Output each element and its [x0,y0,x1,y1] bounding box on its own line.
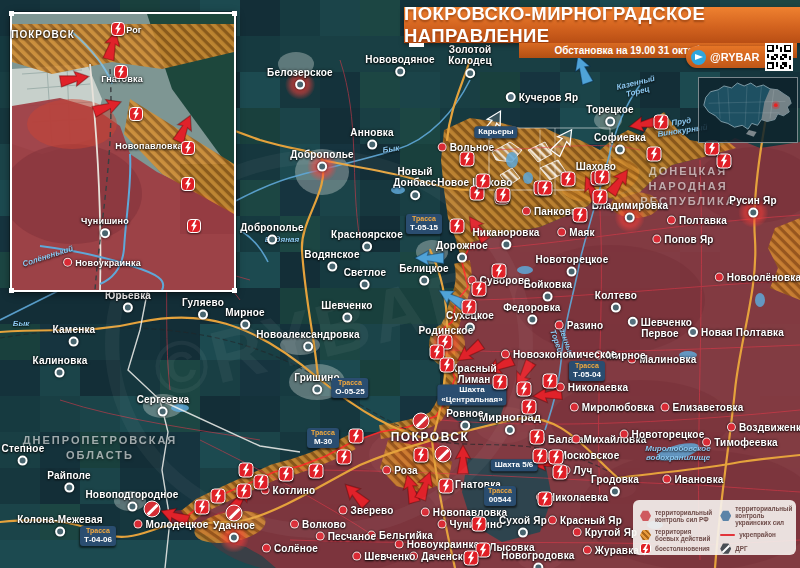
road-label: Трасса00544 [484,486,516,506]
clash-icon [472,517,487,532]
lightning-icon [494,376,507,389]
location-dot [774,103,778,107]
town-label: Светлое [344,268,387,279]
town-label: Рог [126,26,142,36]
lightning-icon [534,450,547,463]
town-label: Новоторецкое [536,255,609,266]
town-marker [127,501,137,511]
town-marker [610,486,620,496]
channel-name: @RYBAR [710,51,759,63]
clash-icon [493,375,508,390]
town-marker [438,143,447,152]
clash-icon [211,489,226,504]
drg-hex [720,543,731,554]
town-marker [667,216,676,225]
lightning-icon [596,171,609,184]
lightning-icon [594,191,607,204]
town-marker [625,212,635,222]
town-marker [501,350,510,359]
town-label: Миролюбовка [570,403,654,414]
legend-item: территориальный контроль украинских сил [720,505,789,527]
town-label: Нововодяное [365,55,435,66]
clash-icon [414,448,429,463]
lightning-icon [493,265,506,278]
clash-icon [573,208,588,223]
town-marker [229,532,239,542]
lightning-icon [539,182,552,195]
water-label: Миролюбовское водохранилище [645,445,710,463]
town-marker [548,516,557,525]
clash-icon [195,500,210,515]
clash-icon [187,219,201,233]
town-label: Степное [2,444,45,455]
town-label: Новая Полтавка [688,327,784,339]
town-label: Удачное [213,521,255,532]
road-label: ТрассаТ-04-06 [80,526,116,546]
town-marker [527,314,537,324]
title-banner: ПОКРОВСКО-МИРНОГРАДСКОЕ НАПРАВЛЕНИЕ [404,7,800,43]
clash-icon [439,479,454,494]
town-label: Сергеевка [137,395,190,406]
banner-dash [409,43,424,47]
rf-control-hex [640,510,651,521]
town-label: Кучеров Яр [506,92,578,104]
clash-icon [309,464,324,479]
town-marker [360,279,370,289]
town-label: Красный Лиман [451,364,496,386]
road-label: ТрассаМ-30 [307,428,339,448]
town-marker [652,235,661,244]
clash-icon [522,400,537,415]
town-label: Бельгийка [367,531,433,542]
clash-icon [549,450,564,465]
clash-icon [492,264,507,279]
water-label: Бык [13,320,30,329]
clash-icon [538,492,553,507]
lightning-icon [451,220,464,233]
page-title: ПОКРОВСКО-МИРНОГРАДСКОЕ НАПРАВЛЕНИЕ [404,3,800,47]
legend-item: укрепрайон [720,528,789,542]
town-marker [198,309,208,319]
clash-icon [654,115,669,130]
inset-handle [232,288,237,293]
town-marker [583,546,592,555]
town-marker [605,116,615,126]
lightning-icon [188,220,200,232]
clash-icon [533,449,548,464]
town-label: ПОКРОВСК [11,30,75,41]
ua-control-hex [720,510,731,521]
town-marker [55,526,65,536]
town-label: Зверево [338,506,393,517]
town-marker [573,528,582,537]
telegram-channel-badge[interactable]: @RYBAR [686,46,774,68]
town-label: Котлино [261,486,316,497]
crimea-shape [746,130,757,137]
town-label: Золотой Колодец [448,45,492,67]
clash-icon [593,190,608,205]
town-label: Колона-Межевая [17,515,103,526]
lightning-icon [539,493,552,506]
town-label: Ровное [446,409,484,420]
town-label: Каменка [53,325,96,336]
lightning-icon [465,552,478,565]
town-marker [55,367,65,377]
town-marker [419,275,429,285]
drg-marker [226,505,243,522]
town-label: Никаноровка [472,228,539,239]
town-label: Сухой Яр [499,516,547,527]
town-label: Новоторецкое [620,430,705,441]
road-label: ТрассаО-05-25 [331,378,368,398]
lightning-icon [544,375,557,388]
town-label: Калиновка [33,356,88,367]
lightning-icon [196,501,209,514]
lightning-icon [497,189,510,202]
clash-icon [440,358,455,373]
road-word: Трасса [488,487,512,495]
town-marker [63,258,72,267]
inset-handle [232,11,237,16]
clash-icon [472,282,487,297]
clash-icon [462,300,477,315]
poi-label: Шахта 5/6 [491,459,538,471]
lightning-icon [431,346,444,359]
town-label: Бойковка [524,280,573,291]
town-marker [240,319,250,329]
